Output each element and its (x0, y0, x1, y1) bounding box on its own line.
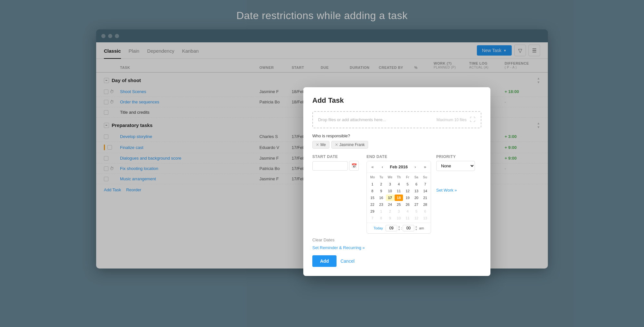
cal-day[interactable]: 12 (403, 188, 412, 194)
sort-arrows-1[interactable]: ▲ ▼ (537, 77, 540, 84)
cal-day[interactable]: 29 (368, 208, 377, 215)
cal-day-other[interactable]: 13 (421, 215, 429, 221)
tab-plain[interactable]: Plain (129, 42, 139, 59)
cal-day[interactable]: 8 (368, 188, 377, 194)
tag-jasmine[interactable]: ✕ Jasmine Frank (331, 141, 368, 149)
group-toggle-day-of-shoot[interactable]: − (104, 78, 109, 83)
add-task-link[interactable]: Add Task (104, 187, 121, 192)
task-name-2[interactable]: Order the sequences (120, 100, 259, 104)
th-percent: % (414, 61, 434, 69)
cal-prev-month[interactable]: ‹ (380, 164, 384, 170)
time-hour-up[interactable]: ▲ (398, 226, 400, 228)
sort-arrows-2[interactable]: ▲ ▼ (537, 121, 540, 129)
cal-day[interactable]: 16 (377, 195, 385, 201)
cal-day[interactable]: 3 (386, 181, 394, 187)
cal-day-selected[interactable]: 18 (395, 195, 403, 201)
cal-day[interactable]: 4 (395, 181, 403, 187)
cancel-button[interactable]: Cancel (340, 258, 355, 264)
start-date-input[interactable] (312, 161, 348, 171)
task-name-4[interactable]: Develop storyline (120, 134, 259, 139)
task-name-1[interactable]: Shoot Scenes (120, 89, 259, 94)
cal-next-year[interactable]: » (423, 164, 428, 170)
time-min-input[interactable] (403, 225, 414, 231)
cal-day-other[interactable]: 11 (403, 215, 412, 221)
task-name-7[interactable]: Fix shooting location (120, 166, 259, 171)
checkbox-1[interactable] (104, 90, 108, 94)
cal-day[interactable]: 21 (421, 195, 429, 201)
cal-day-other[interactable]: 1 (377, 208, 385, 215)
tag-me[interactable]: ✕ Me (312, 141, 329, 149)
set-work-link[interactable]: Set Work » (436, 188, 457, 193)
filter-button[interactable]: ▽ (514, 45, 526, 56)
menu-button[interactable]: ☰ (528, 45, 540, 56)
checkbox-8[interactable] (104, 177, 108, 181)
cal-day[interactable]: 9 (377, 188, 385, 194)
cal-day-other[interactable]: 5 (412, 208, 420, 215)
attachment-area[interactable]: Drop files or add attachments here... Ma… (312, 111, 481, 128)
new-task-button[interactable]: New Task ▼ (477, 45, 512, 56)
task-name-8[interactable]: Music arrangement (120, 176, 259, 181)
priority-select[interactable]: None Low Medium High (436, 161, 475, 171)
time-hour-down[interactable]: ▼ (398, 228, 400, 231)
cal-day-other[interactable]: 2 (386, 208, 394, 215)
tab-kanban[interactable]: Kanban (182, 42, 199, 59)
cal-day[interactable]: 27 (412, 201, 420, 208)
checkbox-4[interactable] (104, 134, 108, 139)
time-hour-spinner[interactable]: ▲ ▼ (398, 226, 400, 231)
th-checkbox (104, 61, 120, 69)
add-button[interactable]: Add (312, 255, 337, 267)
checkbox-5[interactable] (107, 145, 112, 150)
cal-prev-year[interactable]: « (370, 164, 375, 170)
cal-day-other[interactable]: 9 (386, 215, 394, 221)
cal-day-other[interactable]: 4 (403, 208, 412, 215)
cal-day[interactable]: 15 (368, 195, 377, 201)
cal-day[interactable]: 7 (421, 181, 429, 187)
cal-day[interactable]: 24 (386, 201, 394, 208)
cal-day[interactable]: 23 (377, 201, 385, 208)
time-min-down[interactable]: ▼ (415, 228, 418, 231)
start-cal-icon[interactable]: 📅 (349, 161, 359, 171)
cal-day[interactable]: 11 (395, 188, 403, 194)
task-name-5[interactable]: Finalize cast (120, 145, 259, 150)
cal-day[interactable]: 10 (386, 188, 394, 194)
modal-footer: Add Cancel (312, 255, 481, 267)
checkbox-2[interactable] (104, 100, 108, 104)
cal-day[interactable]: 1 (368, 181, 377, 187)
cal-day[interactable]: 28 (421, 201, 429, 208)
cal-day[interactable]: 20 (412, 195, 420, 201)
tab-dependency[interactable]: Dependency (147, 42, 174, 59)
cal-day[interactable]: 13 (412, 188, 420, 194)
cal-day[interactable]: 25 (395, 201, 403, 208)
clear-dates-link[interactable]: Clear Dates (312, 237, 335, 242)
cal-day-today[interactable]: 17 (386, 195, 394, 201)
reminder-link[interactable]: Set Reminder & Recurring » (312, 245, 481, 250)
tag-me-remove[interactable]: ✕ (316, 142, 319, 147)
cal-day[interactable]: 6 (412, 181, 420, 187)
cal-day-other[interactable]: 8 (377, 215, 385, 221)
cal-day[interactable]: 5 (403, 181, 412, 187)
cal-day-other[interactable]: 6 (421, 208, 429, 215)
cal-next-month[interactable]: › (413, 164, 417, 170)
group-toggle-preparatory[interactable]: − (104, 123, 109, 128)
start-date-input-row: 📅 (312, 161, 361, 171)
time-min-spinner[interactable]: ▲ ▼ (415, 226, 418, 231)
cal-day[interactable]: 19 (403, 195, 412, 201)
today-label[interactable]: Today (374, 226, 383, 230)
cal-day-other[interactable]: 10 (395, 215, 403, 221)
cal-day-other[interactable]: 7 (368, 215, 377, 221)
cal-day[interactable]: 14 (421, 188, 429, 194)
cal-day[interactable]: 22 (368, 201, 377, 208)
tag-jasmine-remove[interactable]: ✕ (335, 142, 338, 147)
tab-classic[interactable]: Classic (104, 42, 121, 59)
cal-day[interactable]: 26 (403, 201, 412, 208)
task-name-6[interactable]: Dialogues and background score (120, 156, 259, 161)
time-min-up[interactable]: ▲ (415, 226, 418, 228)
checkbox-7[interactable] (104, 166, 108, 171)
cal-day-other[interactable]: 3 (395, 208, 403, 215)
cal-day-other[interactable]: 12 (412, 215, 420, 221)
checkbox-3[interactable] (104, 110, 108, 115)
checkbox-6[interactable] (104, 156, 108, 161)
cal-day[interactable]: 2 (377, 181, 385, 187)
time-hour-input[interactable] (386, 225, 397, 231)
reorder-link[interactable]: Reorder (126, 187, 141, 192)
